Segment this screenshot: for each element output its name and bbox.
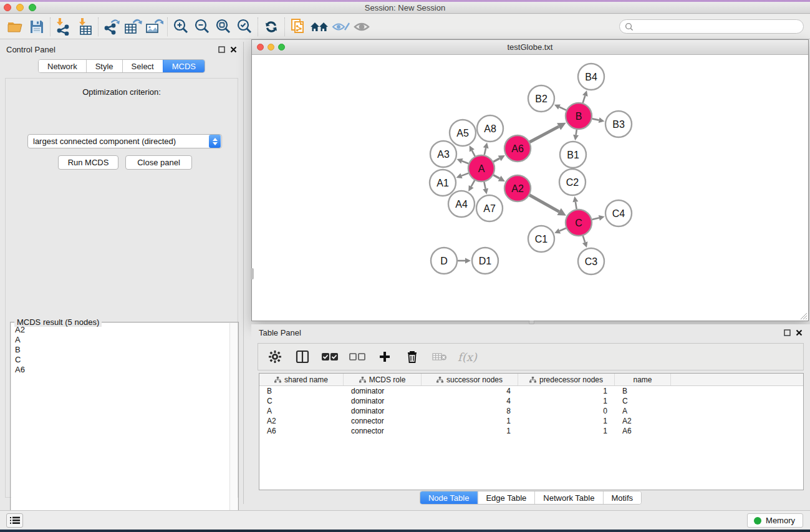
minimize-network-button[interactable] bbox=[268, 44, 274, 51]
add-column-icon[interactable] bbox=[375, 347, 394, 366]
node-B4[interactable]: B4 bbox=[578, 64, 604, 90]
edge-B-B3[interactable] bbox=[592, 117, 605, 123]
float-panel-icon[interactable] bbox=[218, 46, 225, 53]
table-cell[interactable]: dominator bbox=[344, 387, 422, 395]
node-D[interactable]: D bbox=[431, 248, 457, 274]
table-cell[interactable]: C bbox=[259, 397, 344, 405]
open-session-icon[interactable] bbox=[5, 17, 26, 36]
home-layout-icon[interactable] bbox=[309, 17, 330, 36]
node-C3[interactable]: C3 bbox=[578, 248, 604, 274]
edge-C-C1[interactable] bbox=[554, 228, 566, 234]
node-C4[interactable]: C4 bbox=[605, 200, 632, 226]
delete-table-icon[interactable] bbox=[430, 347, 449, 366]
table-row[interactable]: A2connector11A2 bbox=[259, 416, 803, 426]
node-A4[interactable]: A4 bbox=[448, 191, 475, 217]
node-B-mcds[interactable]: B bbox=[566, 103, 592, 129]
edge-A-A8[interactable] bbox=[483, 142, 489, 155]
task-history-button[interactable] bbox=[6, 513, 23, 528]
network-canvas[interactable]: B4B2BB3A5A8A6B1A3AC2A1A2A4A7C4CC1C3DD1 bbox=[252, 55, 808, 321]
mcds-result-item[interactable]: A6 bbox=[15, 365, 229, 375]
node-A1[interactable]: A1 bbox=[430, 170, 456, 196]
table-cell[interactable]: 1 bbox=[422, 427, 518, 435]
optimization-criterion-dropdown[interactable]: largest connected component (directed) bbox=[27, 134, 222, 148]
mcds-result-item[interactable]: C bbox=[15, 355, 229, 365]
tab-motifs[interactable]: Motifs bbox=[602, 491, 641, 504]
tab-network-table[interactable]: Network Table bbox=[534, 491, 602, 504]
table-cell[interactable]: 0 bbox=[518, 407, 615, 415]
tab-style[interactable]: Style bbox=[86, 60, 122, 72]
node-A6-mcds[interactable]: A6 bbox=[504, 135, 531, 162]
import-table-icon[interactable] bbox=[74, 17, 95, 36]
import-network-icon[interactable] bbox=[53, 17, 74, 36]
export-image-icon[interactable] bbox=[143, 17, 165, 36]
edge-A-A4[interactable] bbox=[468, 180, 475, 191]
column-header-shared-name[interactable]: shared name bbox=[259, 374, 344, 385]
table-cell[interactable]: B bbox=[615, 387, 671, 395]
close-network-button[interactable] bbox=[257, 44, 264, 51]
deselect-all-checks-icon[interactable] bbox=[348, 347, 367, 366]
node-B1[interactable]: B1 bbox=[560, 142, 586, 168]
table-cell[interactable]: connector bbox=[344, 417, 422, 425]
edge-C-C2[interactable] bbox=[572, 196, 578, 210]
edge-B-B4[interactable] bbox=[582, 90, 588, 103]
close-panel-button[interactable]: Close panel bbox=[125, 155, 192, 170]
table-cell[interactable]: 1 bbox=[518, 397, 615, 405]
table-cell[interactable]: A2 bbox=[259, 417, 344, 425]
table-cell[interactable]: dominator bbox=[344, 407, 422, 415]
table-cell[interactable]: A6 bbox=[259, 427, 344, 435]
edge-D-D1[interactable] bbox=[458, 258, 471, 264]
memory-button[interactable]: Memory bbox=[747, 513, 803, 528]
table-cell[interactable]: A6 bbox=[615, 427, 671, 435]
function-builder-icon[interactable]: f(x) bbox=[458, 351, 477, 364]
zoom-in-icon[interactable] bbox=[170, 17, 191, 36]
edge-A-A5[interactable] bbox=[470, 145, 475, 156]
zoom-selected-icon[interactable] bbox=[234, 17, 255, 36]
mcds-result-item[interactable]: A bbox=[15, 335, 229, 345]
refresh-layout-icon[interactable] bbox=[261, 17, 282, 36]
column-header-successor-nodes[interactable]: successor nodes bbox=[422, 374, 518, 385]
table-cell[interactable]: 4 bbox=[422, 397, 518, 405]
node-A5[interactable]: A5 bbox=[450, 120, 476, 146]
network-vscroll-thumb[interactable] bbox=[251, 268, 254, 279]
table-cell[interactable]: 1 bbox=[422, 417, 518, 425]
edge-B-B2[interactable] bbox=[554, 104, 566, 110]
node-B3[interactable]: B3 bbox=[605, 111, 632, 137]
table-cell[interactable]: C bbox=[615, 397, 671, 405]
node-B2[interactable]: B2 bbox=[528, 85, 554, 112]
search-field[interactable] bbox=[619, 19, 804, 34]
table-cell[interactable]: 1 bbox=[518, 427, 615, 435]
edge-A-A6[interactable] bbox=[493, 155, 505, 162]
table-cell[interactable]: 8 bbox=[422, 407, 518, 415]
result-list-scrollbar[interactable] bbox=[229, 323, 238, 531]
table-cell[interactable]: A bbox=[259, 407, 344, 415]
node-A-mcds[interactable]: A bbox=[468, 155, 494, 181]
table-cell[interactable]: connector bbox=[344, 427, 422, 435]
node-C-mcds[interactable]: C bbox=[566, 210, 592, 236]
tab-node-table[interactable]: Node Table bbox=[420, 491, 478, 504]
edge-A-A1[interactable] bbox=[456, 173, 469, 178]
node-C1[interactable]: C1 bbox=[528, 226, 554, 252]
tab-select[interactable]: Select bbox=[122, 60, 163, 72]
tab-mcds[interactable]: MCDS bbox=[163, 60, 205, 72]
maximize-network-button[interactable] bbox=[278, 44, 285, 51]
table-cell[interactable]: 4 bbox=[422, 387, 518, 395]
edge-A-A7[interactable] bbox=[483, 182, 488, 195]
hide-selected-icon[interactable] bbox=[330, 17, 351, 36]
edge-A6-B[interactable] bbox=[529, 123, 566, 142]
edge-A-A3[interactable] bbox=[457, 158, 469, 163]
save-session-icon[interactable] bbox=[26, 17, 47, 36]
float-table-panel-icon[interactable] bbox=[784, 329, 791, 336]
search-input[interactable] bbox=[634, 22, 803, 31]
node-A7[interactable]: A7 bbox=[476, 195, 503, 221]
tab-edge-table[interactable]: Edge Table bbox=[477, 491, 534, 504]
table-row[interactable]: Cdominator41C bbox=[259, 396, 803, 406]
delete-column-icon[interactable] bbox=[403, 347, 422, 366]
show-columns-icon[interactable] bbox=[293, 347, 312, 366]
window-resize-handle[interactable] bbox=[800, 312, 808, 320]
new-network-icon[interactable] bbox=[287, 17, 309, 36]
table-cell[interactable]: A bbox=[615, 407, 671, 415]
select-all-checks-icon[interactable] bbox=[321, 347, 339, 366]
table-cell[interactable]: A2 bbox=[615, 417, 671, 425]
node-C2[interactable]: C2 bbox=[559, 169, 586, 195]
node-A3[interactable]: A3 bbox=[430, 141, 456, 167]
